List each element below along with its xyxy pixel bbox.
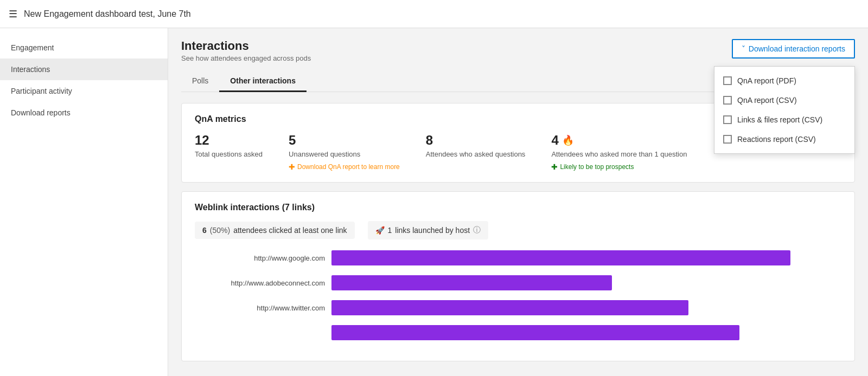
top-bar: ☰ New Engagement dashboard test, June 7t… (0, 0, 868, 28)
main-header-text: Interactions See how attendees engaged a… (181, 39, 311, 62)
bar-track-adobeconnect (331, 275, 841, 290)
chevron-down-icon: ˅ (742, 44, 745, 53)
metric-label-attendees: Attendees who asked questions (426, 150, 526, 158)
dropdown-item-reactions-csv[interactable]: Reactions report (CSV) (714, 129, 854, 149)
weblink-clicked-label: attendees clicked at least one link (233, 226, 347, 235)
metric-number-attendees: 8 (426, 133, 526, 148)
bar-row-google: http://www.google.com (195, 250, 841, 265)
checkbox-links-csv[interactable] (723, 115, 732, 124)
main-subtitle: See how attendees engaged across pods (181, 54, 311, 62)
bar-fill-adobeconnect (331, 275, 612, 290)
fire-icon: 🔥 (562, 134, 574, 146)
checkbox-qna-csv[interactable] (723, 96, 732, 105)
dropdown-item-links-csv[interactable]: Links & files report (CSV) (714, 110, 854, 129)
download-qna-link[interactable]: ✚ Download QnA report to learn more (289, 163, 400, 171)
bar-chart: http://www.google.com http://www.adobeco… (195, 250, 841, 340)
bar-track-4 (331, 325, 841, 340)
dropdown-item-qna-csv[interactable]: QnA report (CSV) (714, 90, 854, 110)
bar-track-google (331, 250, 841, 265)
plus-icon-green: ✚ (551, 163, 558, 171)
weblink-launched-stat: 🚀 1 links launched by host ⓘ (368, 221, 489, 239)
main-content: Interactions See how attendees engaged a… (168, 28, 868, 376)
dropdown-item-qna-pdf[interactable]: QnA report (PDF) (714, 71, 854, 90)
checkbox-qna-pdf[interactable] (723, 76, 732, 85)
checkbox-reactions-csv[interactable] (723, 135, 732, 144)
layout: Engagement Interactions Participant acti… (0, 28, 868, 376)
sidebar-item-engagement[interactable]: Engagement (0, 37, 168, 59)
hamburger-icon[interactable]: ☰ (9, 8, 17, 20)
bar-row-adobeconnect: http://www.adobeconnect.com (195, 275, 841, 290)
metric-label-total: Total questions asked (195, 150, 263, 158)
bar-row-twitter: http://www.twitter.com (195, 300, 841, 315)
weblink-launched-label: links launched by host (395, 226, 470, 235)
tab-other-interactions[interactable]: Other interactions (219, 71, 307, 92)
bar-fill-4 (331, 325, 739, 340)
rocket-icon: 🚀 (375, 226, 385, 235)
top-prospects-link[interactable]: ✚ Likely to be top prospects (551, 163, 687, 171)
metric-number-unanswered: 5 (289, 133, 400, 148)
plus-icon-orange: ✚ (289, 163, 295, 171)
metric-label-prospects: Attendees who asked more than 1 question (551, 150, 687, 158)
sidebar: Engagement Interactions Participant acti… (0, 28, 168, 376)
bar-label-twitter: http://www.twitter.com (195, 304, 325, 312)
bar-fill-google (331, 250, 790, 265)
download-dropdown-menu: QnA report (PDF) QnA report (CSV) Links … (714, 66, 855, 154)
metric-top-prospects: 4 🔥 Attendees who asked more than 1 ques… (551, 133, 687, 171)
info-icon[interactable]: ⓘ (473, 225, 481, 235)
bar-row-4 (195, 325, 841, 340)
metric-label-unanswered: Unanswered questions (289, 150, 400, 158)
weblink-pct: (50%) (210, 226, 230, 235)
weblink-attendees-stat: 6 (50%) attendees clicked at least one l… (195, 222, 355, 239)
metric-total-questions: 12 Total questions asked (195, 133, 263, 158)
bar-fill-twitter (331, 300, 688, 315)
metric-number-total: 12 (195, 133, 263, 148)
main-title: Interactions (181, 39, 311, 53)
weblink-launched-count: 1 (388, 226, 392, 235)
weblink-title: Weblink interactions (7 links) (195, 203, 841, 212)
sidebar-item-participant-activity[interactable]: Participant activity (0, 80, 168, 102)
sidebar-item-interactions[interactable]: Interactions (0, 59, 168, 80)
bar-label-adobeconnect: http://www.adobeconnect.com (195, 279, 325, 287)
weblink-header: 6 (50%) attendees clicked at least one l… (195, 221, 841, 239)
download-interaction-reports-button[interactable]: ˅ Download interaction reports (732, 39, 855, 59)
main-header: Interactions See how attendees engaged a… (181, 39, 855, 62)
bar-track-twitter (331, 300, 841, 315)
weblink-count: 6 (202, 226, 207, 235)
sidebar-item-download-reports[interactable]: Download reports (0, 102, 168, 124)
metric-number-prospects: 4 (551, 133, 558, 148)
page-title: New Engagement dashboard test, June 7th (24, 9, 191, 19)
weblink-card: Weblink interactions (7 links) 6 (50%) a… (181, 191, 855, 361)
metric-unanswered: 5 Unanswered questions ✚ Download QnA re… (289, 133, 400, 171)
bar-label-google: http://www.google.com (195, 254, 325, 262)
metric-attendees-asked: 8 Attendees who asked questions (426, 133, 526, 158)
tab-polls[interactable]: Polls (181, 71, 219, 92)
